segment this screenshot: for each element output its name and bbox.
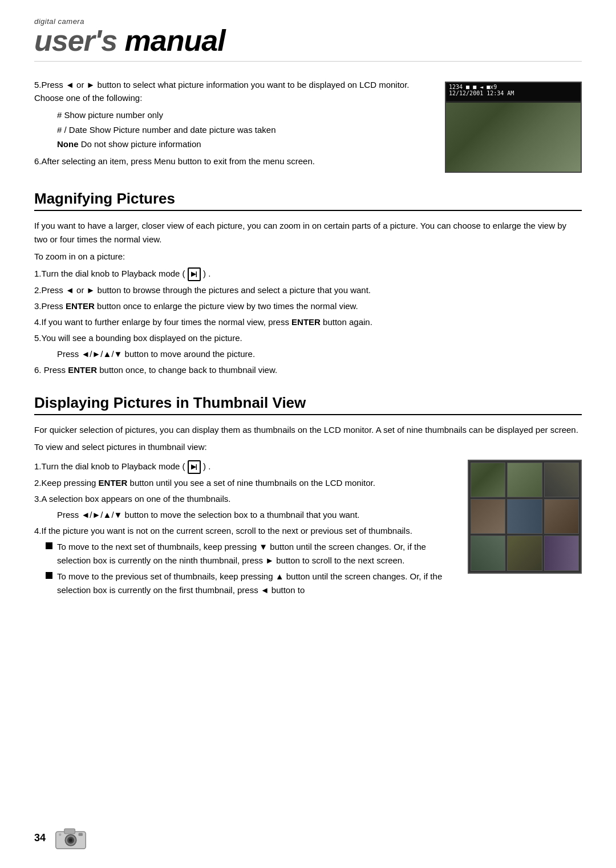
thumbnail-to-view: To view and select pictures in thumbnail…	[34, 440, 582, 454]
svg-point-6	[59, 833, 62, 836]
thumbnail-bullet2: To move to the previous set of thumbnail…	[46, 570, 451, 597]
magnifying-heading: Magnifying Pictures	[34, 190, 582, 211]
bullet-square-icon2	[46, 572, 52, 579]
intro-step5: 5.Press ◄ or ► button to select what pic…	[34, 79, 428, 104]
bullet-square-icon	[46, 542, 52, 549]
intro-section: 5.Press ◄ or ► button to select what pic…	[34, 79, 582, 173]
thumbnail-step3: 3.A selection box appears on one of the …	[34, 492, 451, 506]
playback-mode-icon2: ▶|	[188, 460, 201, 474]
camera-icon	[54, 825, 88, 851]
thumbnail-step2: 2.Keep pressing ENTER button until you s…	[34, 476, 451, 490]
svg-point-4	[69, 838, 72, 842]
thumb-cell-5	[507, 499, 542, 534]
intro-option2: # / Date Show Picture number and date pi…	[57, 123, 428, 137]
lcd-info-bar: 1234 ■ ■ ◄ ■x9 12/12/2001 12:34 AM	[446, 83, 581, 101]
header-title: user's manual	[34, 26, 582, 55]
magnifying-to-zoom: To zoom in on a picture:	[34, 250, 582, 263]
page-header: digital camera user's manual	[34, 17, 582, 62]
magnifying-para1: If you want to have a larger, closer vie…	[34, 219, 582, 246]
magnifying-body: If you want to have a larger, closer vie…	[34, 219, 582, 377]
thumb-cell-8	[507, 536, 542, 570]
thumbnail-step4: 4.If the picture you want is not on the …	[34, 524, 451, 538]
lcd-photo-content	[446, 103, 581, 172]
magnifying-step4: 4.If you want to further enlarge by four…	[34, 315, 582, 329]
svg-rect-1	[64, 829, 75, 834]
lcd-row1: 1234 ■ ■ ◄ ■x9	[449, 84, 578, 90]
header-title-bold: manual	[125, 24, 225, 57]
svg-rect-5	[79, 833, 83, 836]
thumbnail-heading: Displaying Pictures in Thumbnail View	[34, 394, 582, 415]
thumbnail-bullet1-text: To move to the next set of thumbnails, k…	[57, 540, 451, 567]
thumbnail-body: For quicker selection of pictures, you c…	[34, 423, 582, 599]
intro-text-block: 5.Press ◄ or ► button to select what pic…	[34, 79, 428, 173]
header-title-light: user's	[34, 24, 125, 57]
thumbnail-steps-with-image: 1.Turn the dial knob to Playback mode ( …	[34, 460, 582, 599]
thumbnail-steps-text: 1.Turn the dial knob to Playback mode ( …	[34, 460, 451, 599]
magnifying-step5-sub: Press ◄/►/▲/▼ button to move around the …	[57, 347, 582, 361]
magnifying-section: Magnifying Pictures If you want to have …	[34, 190, 582, 377]
thumbnail-step3-sub: Press ◄/►/▲/▼ button to move the selecti…	[57, 508, 451, 522]
thumb-cell-9	[544, 536, 579, 570]
intro-options: # Show picture number only # / Date Show…	[57, 108, 428, 152]
magnifying-step2: 2.Press ◄ or ► button to browse through …	[34, 283, 582, 297]
intro-step6: 6.After selecting an item, press Menu bu…	[34, 155, 428, 168]
thumb-cell-7	[471, 536, 505, 570]
lcd-row2: 12/12/2001 12:34 AM	[449, 90, 578, 96]
thumb-cell-4	[471, 499, 505, 534]
thumb-cell-1	[471, 463, 505, 497]
intro-option3: None Do not show picture information	[57, 137, 428, 152]
thumbnail-step1: 1.Turn the dial knob to Playback mode ( …	[34, 460, 451, 474]
magnifying-step1: 1.Turn the dial knob to Playback mode ( …	[34, 267, 582, 281]
playback-mode-icon: ▶|	[188, 267, 201, 281]
camera-lcd-screenshot: 1234 ■ ■ ◄ ■x9 12/12/2001 12:34 AM	[445, 82, 582, 173]
thumbnail-para1: For quicker selection of pictures, you c…	[34, 423, 582, 437]
thumb-cell-3	[544, 463, 579, 497]
thumbnail-bullet1: To move to the next set of thumbnails, k…	[46, 540, 451, 567]
magnifying-step5: 5.You will see a bounding box displayed …	[34, 331, 582, 345]
thumb-cell-6	[544, 499, 579, 534]
thumb-cell-2	[507, 463, 542, 497]
thumbnail-grid-image	[468, 460, 582, 574]
intro-option1: # Show picture number only	[57, 108, 428, 123]
magnifying-step3: 3.Press ENTER button once to enlarge the…	[34, 299, 582, 313]
thumbnail-bullet2-text: To move to the previous set of thumbnail…	[57, 570, 451, 597]
thumbnail-section: Displaying Pictures in Thumbnail View Fo…	[34, 394, 582, 599]
page-number: 34	[34, 832, 46, 844]
magnifying-step6: 6. Press ENTER button once, to change ba…	[34, 363, 582, 377]
page-footer: 34	[34, 825, 88, 851]
